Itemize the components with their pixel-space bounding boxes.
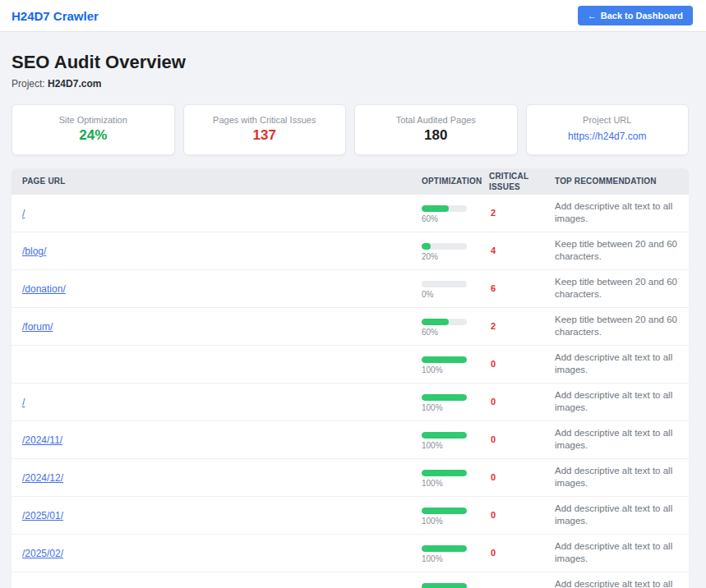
recommendation-text: Add descriptive alt text to all images. [555, 497, 679, 534]
stat-value-total-pages: 180 [362, 128, 510, 144]
stat-card-critical-pages: Pages with Critical Issues 137 [183, 104, 347, 155]
page-url-link[interactable]: /2025/01/ [22, 510, 63, 521]
critical-issues-count: 2 [489, 208, 555, 218]
optimization-progress-bar [422, 356, 467, 363]
table-row: 100% 0 Add descriptive alt text to all i… [12, 345, 689, 383]
optimization-cell: 100% [422, 467, 489, 488]
table-row: /2025/02/ 100% 0 Add descriptive alt tex… [12, 534, 689, 572]
critical-issues-count: 0 [489, 397, 555, 407]
table-row: /blog/ 20% 4 Keep title between 20 and 6… [12, 232, 689, 269]
stat-cards: Site Optimization 24% Pages with Critica… [12, 104, 689, 155]
optimization-progress-bar [422, 243, 467, 250]
recommendation-text: Add descriptive alt text to all images. [555, 572, 679, 588]
recommendation-text: Add descriptive alt text to all images. [555, 459, 679, 496]
stat-card-project-url: Project URL https://h24d7.com [526, 104, 690, 155]
optimization-cell: 20% [422, 241, 489, 261]
stat-value-critical-pages: 137 [191, 128, 339, 144]
stat-label: Pages with Critical Issues [191, 115, 339, 125]
optimization-progress-bar [422, 508, 467, 514]
recommendation-text: Add descriptive alt text to all images. [555, 346, 679, 383]
column-header-page-url: PAGE URL [22, 177, 422, 186]
page-url-link[interactable]: /2024/11/ [22, 434, 62, 446]
back-to-dashboard-button[interactable]: ← Back to Dashboard [578, 6, 693, 25]
project-url-link[interactable]: https://h24d7.com [568, 131, 646, 142]
column-header-top-recommendation: TOP RECOMMENDATION [555, 177, 679, 186]
table-row: /donation/ 0% 6 Keep title between 20 an… [12, 269, 689, 307]
optimization-progress-bar [422, 545, 467, 552]
optimization-progress-bar [422, 319, 467, 325]
page-title: SEO Audit Overview [12, 52, 689, 73]
project-label: Project: [12, 78, 45, 90]
optimization-cell: 100% [422, 392, 489, 412]
optimization-percent: 100% [422, 403, 489, 412]
critical-issues-count: 0 [489, 434, 555, 444]
optimization-percent: 60% [422, 328, 489, 337]
critical-issues-count: 0 [489, 472, 555, 482]
optimization-percent: 100% [422, 365, 489, 374]
column-header-critical-issues: CRITICAL ISSUES [489, 171, 555, 192]
critical-issues-count: 0 [489, 548, 555, 558]
optimization-percent: 100% [422, 441, 489, 450]
app-title: H24D7 Crawler [12, 9, 99, 23]
critical-issues-count: 0 [489, 359, 555, 369]
optimization-progress-bar [422, 432, 467, 439]
table-row: /2024/12/ 100% 0 Add descriptive alt tex… [12, 458, 689, 496]
optimization-percent: 20% [422, 252, 489, 261]
optimization-cell: 100% [422, 543, 489, 563]
page-url-link[interactable]: /2024/12/ [22, 472, 63, 484]
table-row: /2025/01/ 100% 0 Add descriptive alt tex… [12, 496, 689, 534]
optimization-progress-bar [422, 281, 467, 287]
optimization-cell: 100% [422, 430, 489, 450]
recommendation-text: Add descriptive alt text to all images. [555, 195, 679, 232]
page-url-link[interactable]: / [22, 397, 25, 408]
project-name: H24D7.com [48, 78, 101, 90]
optimization-cell: 100% [422, 505, 489, 526]
table-header-row: PAGE URL OPTIMIZATION CRITICAL ISSUES TO… [12, 168, 689, 195]
optimization-cell: 60% [422, 316, 489, 337]
critical-issues-count: 2 [489, 321, 555, 331]
stat-label: Site Optimization [19, 115, 168, 125]
optimization-cell: 100% [422, 354, 489, 374]
table-row: /2024/11/ 100% 0 Add descriptive alt tex… [12, 420, 689, 458]
optimization-cell: 100% [422, 581, 489, 588]
optimization-percent: 100% [422, 479, 489, 488]
main-content: SEO Audit Overview Project: H24D7.com Si… [0, 32, 706, 588]
critical-issues-count: 0 [489, 510, 555, 520]
optimization-progress-bar [422, 394, 467, 401]
project-line: Project: H24D7.com [12, 78, 689, 90]
stat-label: Total Audited Pages [362, 115, 510, 125]
page-url-link[interactable]: /forum/ [22, 321, 53, 333]
top-bar: H24D7 Crawler ← Back to Dashboard [0, 0, 706, 32]
critical-issues-count: 4 [489, 246, 555, 255]
table-row: /forum/ 60% 2 Keep title between 20 and … [12, 307, 689, 345]
optimization-percent: 100% [422, 554, 489, 563]
optimization-progress-bar [422, 470, 467, 476]
back-arrow-icon: ← [588, 11, 597, 21]
optimization-progress-bar [422, 583, 467, 588]
page-url-link[interactable]: / [22, 208, 25, 219]
recommendation-text: Add descriptive alt text to all images. [555, 421, 679, 458]
recommendation-text: Add descriptive alt text to all images. [555, 535, 679, 572]
table-row: / 60% 2 Add descriptive alt text to all … [12, 195, 689, 232]
optimization-percent: 60% [422, 214, 489, 223]
recommendation-text: Keep title between 20 and 60 characters. [555, 232, 679, 269]
page-url-link[interactable]: /2025/02/ [22, 548, 63, 559]
recommendation-text: Keep title between 20 and 60 characters. [555, 270, 679, 307]
stat-value-site-optimization: 24% [19, 128, 168, 144]
page-url-link[interactable]: /donation/ [22, 283, 66, 295]
page-url-link[interactable]: /blog/ [22, 246, 46, 257]
stat-card-total-pages: Total Audited Pages 180 [354, 104, 518, 155]
optimization-cell: 0% [422, 278, 489, 299]
table-row: / 100% 0 Add descriptive alt text to all… [12, 383, 689, 420]
critical-issues-count: 6 [489, 283, 555, 293]
optimization-cell: 60% [422, 203, 489, 223]
optimization-percent: 0% [422, 290, 489, 299]
stat-card-site-optimization: Site Optimization 24% [12, 104, 175, 155]
stat-label: Project URL [533, 115, 682, 125]
table-body: / 60% 2 Add descriptive alt text to all … [12, 195, 689, 588]
table-row: /2025/03/ 100% 0 Add descriptive alt tex… [12, 572, 689, 588]
column-header-optimization: OPTIMIZATION [422, 177, 489, 186]
recommendation-text: Add descriptive alt text to all images. [555, 384, 679, 420]
back-button-label: Back to Dashboard [601, 11, 683, 21]
recommendation-text: Keep title between 20 and 60 characters. [555, 308, 679, 345]
